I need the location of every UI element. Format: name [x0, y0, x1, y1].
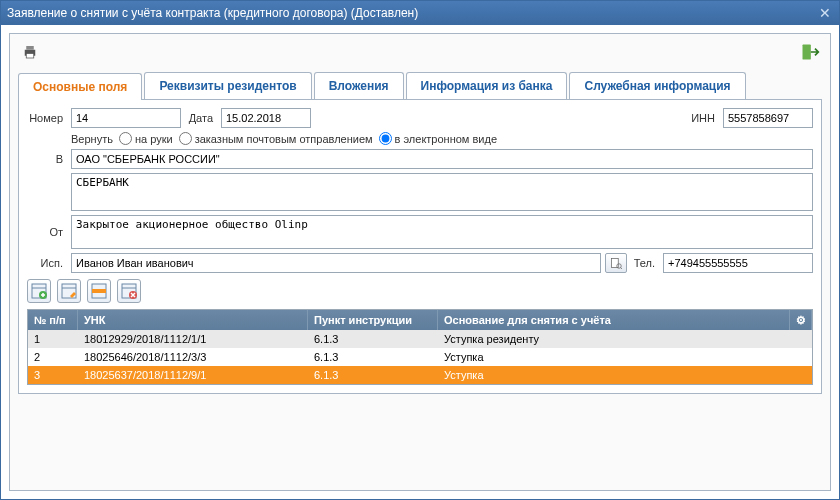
table-row[interactable]: 3 18025637/2018/1112/9/1 6.1.3 Уступка	[28, 366, 812, 384]
col-reason[interactable]: Основание для снятия с учёта	[438, 310, 790, 330]
grid: № п/п УНК Пункт инструкции Основание для…	[27, 309, 813, 385]
svg-rect-3	[803, 45, 811, 60]
edit-row-icon[interactable]	[57, 279, 81, 303]
close-icon[interactable]: ✕	[817, 5, 833, 21]
tab-bankinfo[interactable]: Информация из банка	[406, 72, 568, 99]
tab-residents[interactable]: Реквизиты резидентов	[144, 72, 311, 99]
to-label: В	[27, 153, 67, 165]
svg-line-6	[621, 268, 623, 270]
to-bank-input[interactable]	[71, 149, 813, 169]
inn-label: ИНН	[691, 112, 719, 124]
grid-header: № п/п УНК Пункт инструкции Основание для…	[28, 310, 812, 330]
number-label: Номер	[27, 112, 67, 124]
titlebar: Заявление о снятии с учёта контракта (кр…	[1, 1, 839, 25]
tab-main[interactable]: Основные поля	[18, 73, 142, 100]
return-label: Вернуть	[71, 133, 113, 145]
col-unk[interactable]: УНК	[78, 310, 308, 330]
add-row-icon[interactable]	[27, 279, 51, 303]
tel-input[interactable]	[663, 253, 813, 273]
svg-rect-13	[92, 289, 106, 293]
number-input[interactable]	[71, 108, 181, 128]
from-label: От	[27, 226, 67, 238]
from-input[interactable]	[71, 215, 813, 249]
table-row[interactable]: 1 18012929/2018/1112/1/1 6.1.3 Уступка р…	[28, 330, 812, 348]
gear-icon[interactable]: ⚙	[790, 310, 812, 330]
window-title: Заявление о снятии с учёта контракта (кр…	[7, 6, 817, 20]
tabs: Основные поля Реквизиты резидентов Вложе…	[18, 72, 822, 100]
return-electronic[interactable]: в электронном виде	[379, 132, 497, 145]
col-num[interactable]: № п/п	[28, 310, 78, 330]
top-iconbar	[18, 42, 822, 62]
table-row[interactable]: 2 18025646/2018/1112/3/3 6.1.3 Уступка	[28, 348, 812, 366]
date-label: Дата	[185, 112, 217, 124]
executor-label: Исп.	[27, 257, 67, 269]
return-registered[interactable]: заказным почтовым отправлением	[179, 132, 373, 145]
executor-lookup-icon[interactable]	[605, 253, 627, 273]
svg-rect-1	[26, 46, 34, 50]
return-hands[interactable]: на руки	[119, 132, 173, 145]
to-bank2-input[interactable]	[71, 173, 813, 211]
grid-toolbar	[27, 279, 813, 303]
form-panel: Номер Дата ИНН Вернуть на руки заказным …	[18, 100, 822, 394]
inn-input[interactable]	[723, 108, 813, 128]
highlight-row-icon[interactable]	[87, 279, 111, 303]
tab-attachments[interactable]: Вложения	[314, 72, 404, 99]
date-input[interactable]	[221, 108, 311, 128]
tab-service[interactable]: Служебная информация	[569, 72, 745, 99]
tel-label: Тел.	[631, 257, 659, 269]
exit-icon[interactable]	[798, 42, 822, 62]
col-instr[interactable]: Пункт инструкции	[308, 310, 438, 330]
svg-rect-2	[26, 54, 34, 59]
executor-input[interactable]	[71, 253, 601, 273]
window: Заявление о снятии с учёта контракта (кр…	[0, 0, 840, 500]
content: Основные поля Реквизиты резидентов Вложе…	[9, 33, 831, 491]
delete-row-icon[interactable]	[117, 279, 141, 303]
print-icon[interactable]	[18, 42, 42, 62]
svg-rect-4	[612, 259, 619, 268]
return-radio-group: Вернуть на руки заказным почтовым отправ…	[71, 132, 497, 145]
